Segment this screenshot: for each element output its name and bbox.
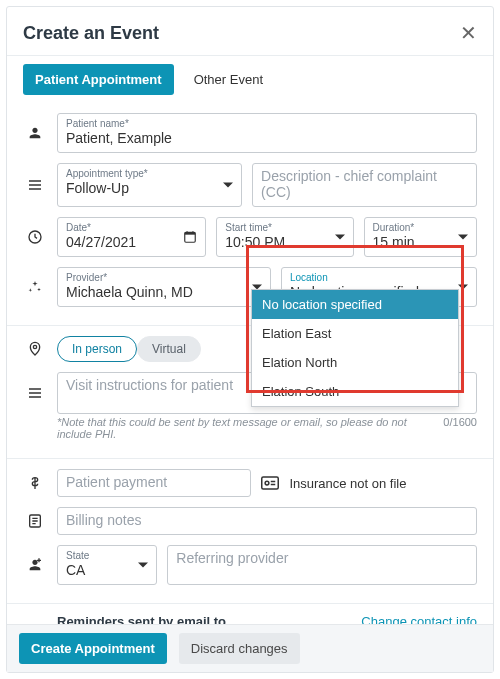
state-field[interactable]: State CA [57, 545, 157, 585]
appointment-type-label: Appointment type* [66, 168, 233, 179]
visit-mode-toggle: In person Virtual [57, 336, 201, 362]
wellness-icon [23, 267, 47, 307]
card-icon [261, 476, 279, 490]
patient-payment-placeholder: Patient payment [66, 474, 242, 490]
referral-icon [23, 545, 47, 585]
discard-changes-button[interactable]: Discard changes [179, 633, 300, 664]
description-field[interactable]: Description - chief complaint (CC) [252, 163, 477, 207]
location-option[interactable]: Elation South [252, 377, 458, 406]
referring-provider-field[interactable]: Referring provider [167, 545, 477, 585]
state-label: State [66, 550, 148, 561]
create-event-modal: Create an Event ✕ Patient Appointment Ot… [6, 6, 494, 673]
insurance-text: Insurance not on file [289, 476, 406, 491]
pill-in-person[interactable]: In person [57, 336, 137, 362]
chevron-down-icon [335, 235, 345, 240]
chevron-down-icon [458, 285, 468, 290]
modal-title: Create an Event [23, 23, 159, 44]
start-time-label: Start time* [225, 222, 344, 233]
svg-point-5 [266, 481, 270, 485]
location-label: Location [290, 272, 468, 283]
divider [7, 603, 493, 604]
pill-virtual[interactable]: Virtual [137, 336, 201, 362]
billing-notes-field[interactable]: Billing notes [57, 507, 477, 535]
chevron-down-icon [138, 563, 148, 568]
close-icon[interactable]: ✕ [460, 21, 477, 45]
chevron-down-icon [223, 183, 233, 188]
chevron-down-icon [458, 235, 468, 240]
location-dropdown: No location specified Elation East Elati… [251, 289, 459, 407]
referring-provider-placeholder: Referring provider [176, 550, 468, 566]
date-label: Date* [66, 222, 197, 233]
location-option[interactable]: Elation North [252, 348, 458, 377]
insurance-status: Insurance not on file [261, 469, 477, 497]
char-counter: 0/1600 [443, 416, 477, 440]
svg-rect-4 [262, 477, 279, 489]
duration-label: Duration* [373, 222, 468, 233]
state-value: CA [66, 562, 148, 578]
provider-value: Michaela Quinn, MD [66, 284, 262, 300]
patient-name-label: Patient name* [66, 118, 468, 129]
provider-label: Provider* [66, 272, 262, 283]
provider-field[interactable]: Provider* Michaela Quinn, MD [57, 267, 271, 307]
appointment-type-value: Follow-Up [66, 180, 233, 196]
reminders-title: Reminders sent by email to testemail@ela… [57, 614, 351, 624]
divider [7, 458, 493, 459]
create-appointment-button[interactable]: Create Appointment [19, 633, 167, 664]
svg-rect-2 [185, 232, 196, 234]
patient-name-field[interactable]: Patient name* Patient, Example [57, 113, 477, 153]
duration-field[interactable]: Duration* 15 min [364, 217, 477, 257]
location-option[interactable]: No location specified [252, 290, 458, 319]
list-icon [23, 372, 47, 414]
tab-patient-appointment[interactable]: Patient Appointment [23, 64, 174, 95]
start-time-field[interactable]: Start time* 10:50 PM [216, 217, 353, 257]
billing-notes-placeholder: Billing notes [66, 512, 468, 528]
person-icon [23, 113, 47, 153]
list-icon [23, 163, 47, 207]
start-time-value: 10:50 PM [225, 234, 344, 250]
patient-name-value: Patient, Example [66, 130, 468, 146]
clock-icon [23, 217, 47, 257]
bell-icon [23, 614, 47, 624]
location-option[interactable]: Elation East [252, 319, 458, 348]
tab-other-event[interactable]: Other Event [190, 64, 267, 95]
phi-note: *Note that this could be sent by text me… [57, 416, 443, 440]
calendar-icon [183, 230, 197, 244]
footer: Create Appointment Discard changes [7, 624, 493, 672]
appointment-type-field[interactable]: Appointment type* Follow-Up [57, 163, 242, 207]
change-contact-link[interactable]: Change contact info [361, 614, 477, 624]
dollar-icon [23, 469, 47, 497]
patient-payment-field[interactable]: Patient payment [57, 469, 251, 497]
svg-point-3 [33, 345, 36, 348]
date-field[interactable]: Date* 04/27/2021 [57, 217, 206, 257]
date-value: 04/27/2021 [66, 234, 197, 250]
notes-icon [23, 507, 47, 535]
location-pin-icon [23, 336, 47, 362]
description-placeholder: Description - chief complaint (CC) [261, 168, 468, 200]
duration-value: 15 min [373, 234, 468, 250]
